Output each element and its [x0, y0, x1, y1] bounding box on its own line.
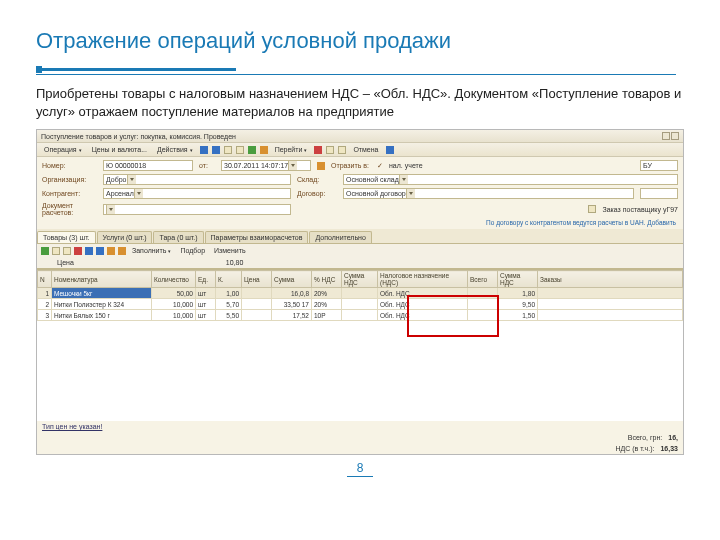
tab-tara[interactable]: Тара (0 шт.) [153, 231, 203, 243]
dogovor-label: Договор: [297, 190, 337, 197]
price-value: 10,80 [226, 259, 244, 266]
table-row[interactable]: 3 Нитки Бялых 150 г 10,000 шт 5,50 17,52… [38, 310, 683, 321]
price-label: Цена [57, 259, 74, 266]
select-button[interactable]: Подбор [177, 246, 208, 255]
total-value: 16, [668, 434, 678, 441]
accent-thin [36, 74, 676, 75]
toolbar-prices[interactable]: Цены и валюта... [89, 145, 150, 154]
org-label: Организация: [42, 176, 97, 183]
col-qty[interactable]: Количество [152, 271, 196, 288]
kontr-input[interactable]: Арсенал [103, 188, 291, 199]
col-n[interactable]: N [38, 271, 52, 288]
tab-params[interactable]: Параметры взаиморасчетов [205, 231, 309, 243]
col-pds[interactable]: % НДС [312, 271, 342, 288]
nds-value: 16,33 [660, 445, 678, 452]
bu-input[interactable]: БУ [640, 160, 678, 171]
doc-icon[interactable] [224, 146, 232, 154]
kontr-dd-icon[interactable] [134, 189, 143, 198]
stop-icon[interactable] [314, 146, 322, 154]
help-icon[interactable] [386, 146, 394, 154]
app-window: Поступление товаров и услуг: покупка, ко… [36, 129, 684, 455]
window-close-icon[interactable] [671, 132, 679, 140]
toolbar-operation[interactable]: Операция▾ [41, 145, 85, 154]
sklad-input[interactable]: Основной склад [343, 174, 678, 185]
col-nazn[interactable]: Налоговое назначение (НДС) [378, 271, 468, 288]
nal-label: нал. учете [389, 162, 423, 169]
dogovor-dd-icon[interactable] [406, 189, 415, 198]
footer-totals: Всего, грн:16, [37, 432, 683, 443]
toolbar-cancel[interactable]: Отмена [350, 145, 381, 154]
footer-totals-2: НДС (в т.ч.):16,33 [37, 443, 683, 454]
delete-icon[interactable] [74, 247, 82, 255]
sort1-icon[interactable] [107, 247, 115, 255]
col-snds[interactable]: Сумма НДС [342, 271, 378, 288]
tab-goods[interactable]: Товары (3) шт. [37, 231, 96, 243]
col-nom[interactable]: Номенклатура [52, 271, 152, 288]
doc2-icon[interactable] [236, 146, 244, 154]
col-price[interactable]: Цена [242, 271, 272, 288]
refresh-icon[interactable] [212, 146, 220, 154]
fill-button[interactable]: Заполнить▾ [129, 246, 174, 255]
tab-extra[interactable]: Дополнительно [309, 231, 371, 243]
kontr-label: Контрагент: [42, 190, 97, 197]
up-icon[interactable] [85, 247, 93, 255]
col-vsego[interactable]: Всего [468, 271, 498, 288]
copy-row-icon[interactable] [52, 247, 60, 255]
date-label: от: [199, 162, 215, 169]
accent-bar [36, 68, 236, 71]
calendar-icon[interactable] [288, 161, 297, 170]
dokument-dd-icon[interactable] [106, 205, 115, 214]
number-input[interactable]: Ю 00000018 [103, 160, 193, 171]
dogovor-input[interactable]: Основной договор [343, 188, 634, 199]
col-sumnds[interactable]: Сумма НДС [498, 271, 538, 288]
sklad-label: Склад: [297, 176, 337, 183]
order-text: Заказ поставщику уГ97 [602, 206, 678, 213]
sort2-icon[interactable] [118, 247, 126, 255]
window-titlebar: Поступление товаров и услуг: покупка, ко… [37, 130, 683, 143]
report-icon[interactable] [260, 146, 268, 154]
order-icon[interactable] [588, 205, 596, 213]
slide-description: Приобретены товары с налоговым назначени… [36, 85, 684, 121]
price-bar: Цена 10,80 [37, 257, 683, 269]
slide-title: Отражение операций условной продажи [36, 28, 684, 54]
window-min-icon[interactable] [662, 132, 670, 140]
table-row[interactable]: 1 Мешочки 5кг 50,00 шт 1,00 16,0,8 20% О… [38, 288, 683, 299]
sklad-dd-icon[interactable] [399, 175, 408, 184]
table-row[interactable]: 2 Нитки Полиэстер К 324 10,000 шт 5,70 3… [38, 299, 683, 310]
toolbar-actions[interactable]: Действия▾ [154, 145, 196, 154]
col-ed[interactable]: Ед. [196, 271, 216, 288]
col-zak[interactable]: Заказы [538, 271, 683, 288]
save-icon[interactable] [200, 146, 208, 154]
tab-services[interactable]: Услуги (0 шт.) [97, 231, 153, 243]
form-header: Номер: Ю 00000018 от: 30.07.2011 14:07:1… [37, 157, 683, 229]
extra-input[interactable] [640, 188, 678, 199]
empty-area [37, 321, 683, 421]
down-icon[interactable] [96, 247, 104, 255]
org-input[interactable]: Добро [103, 174, 291, 185]
hint-text: По договору с контрагентом ведутся расче… [42, 219, 678, 226]
col-k[interactable]: К. [216, 271, 242, 288]
toolbar-go[interactable]: Перейти▾ [272, 145, 311, 154]
print-icon[interactable] [326, 146, 334, 154]
nds-label: НДС (в т.ч.): [615, 445, 654, 452]
col-sum[interactable]: Сумма [272, 271, 312, 288]
add-icon[interactable] [41, 247, 49, 255]
post-icon[interactable] [248, 146, 256, 154]
date-input[interactable]: 30.07.2011 14:07:17 [221, 160, 311, 171]
calendar2-icon[interactable] [317, 162, 325, 170]
window-title: Поступление товаров и услуг: покупка, ко… [41, 133, 236, 140]
footer-link[interactable]: Тип цен не указан! [37, 421, 683, 432]
table-toolbar: Заполнить▾ Подбор Изменить [37, 244, 683, 257]
edit-icon[interactable] [63, 247, 71, 255]
dokument-input[interactable] [103, 204, 291, 215]
data-table: N Номенклатура Количество Ед. К. Цена Су… [37, 269, 683, 421]
org-dd-icon[interactable] [127, 175, 136, 184]
tabs: Товары (3) шт. Услуги (0 шт.) Тара (0 шт… [37, 229, 683, 244]
change-button[interactable]: Изменить [211, 246, 249, 255]
number-label: Номер: [42, 162, 97, 169]
total-label: Всего, грн: [628, 434, 663, 441]
page-number: 8 [36, 461, 684, 477]
copy-icon[interactable] [338, 146, 346, 154]
main-toolbar: Операция▾ Цены и валюта... Действия▾ Пер… [37, 143, 683, 157]
dokument-label: Документ расчетов: [42, 202, 97, 216]
